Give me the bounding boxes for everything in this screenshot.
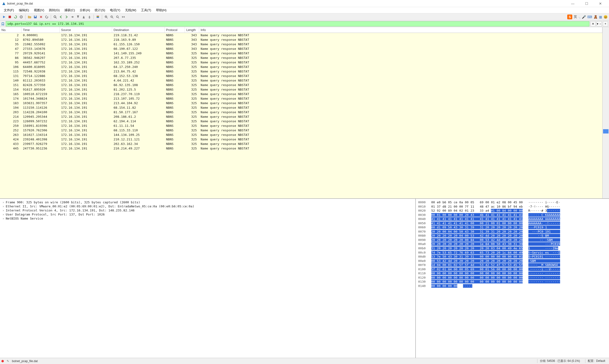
find-packet-button[interactable] <box>53 14 58 20</box>
capture-options-button[interactable] <box>19 14 24 20</box>
expand-icon[interactable]: › <box>2 205 5 208</box>
hex-line[interactable]: 0090 20 20 20 20 20 20 00 84 00 53 42 4d… <box>418 238 607 242</box>
ime-punct-button[interactable]: ·, <box>579 15 580 19</box>
close-button[interactable]: ✕ <box>596 2 605 5</box>
ime-emoji-icon[interactable]: 😃 <box>604 15 608 19</box>
hex-line[interactable]: 0000 00 e0 b6 05 ce 0a 00 05 69 00 01 e2… <box>418 200 607 205</box>
table-row[interactable]: 194113150.114126172.16.134.19168.154.11.… <box>0 105 602 110</box>
col-header-protocol[interactable]: Protocol <box>165 27 185 33</box>
go-first-button[interactable] <box>75 14 81 20</box>
start-capture-button[interactable] <box>1 14 7 20</box>
table-row[interactable]: 165100510.672159172.16.134.191218.237.70… <box>0 92 602 96</box>
restart-capture-button[interactable] <box>13 14 18 20</box>
tree-item[interactable]: ›Internet Protocol Version 4, Src: 172.1… <box>2 208 413 212</box>
hex-line[interactable]: 0060 00 d1 09 50 43 30 31 39 31 20 20 20… <box>418 225 607 230</box>
col-header-info[interactable]: Info <box>199 27 602 33</box>
table-row[interactable]: 15491617.895920172.16.134.19181.202.125.… <box>0 87 602 92</box>
tree-item[interactable]: ›Ethernet II, Src: VMware_00:01:e2 (00:0… <box>2 204 413 208</box>
table-row[interactable]: 252157920.762306172.16.134.19168.115.33.… <box>0 128 602 132</box>
close-file-button[interactable] <box>38 14 44 20</box>
maximize-button[interactable]: ☐ <box>582 2 591 5</box>
filter-bookmark-icon[interactable] <box>1 22 5 26</box>
hex-line[interactable]: 0130 00 00 00 00 00 00 00 00 00 00 00 00… <box>418 280 607 284</box>
menu-tools[interactable]: 工具(T) <box>139 8 153 13</box>
hex-line[interactable]: 0040 41 41 41 41 41 41 41 41 41 41 41 41… <box>418 217 607 221</box>
hex-line[interactable]: 0020 52 92 00 89 04 02 01 23 33 a4 01 00… <box>418 208 607 213</box>
col-header-length[interactable]: Length <box>185 27 199 33</box>
filter-clear-button[interactable]: ✕ <box>590 21 596 26</box>
zoom-in-button[interactable] <box>104 14 109 20</box>
status-profile[interactable]: 配置: Default <box>585 359 608 363</box>
table-row[interactable]: 433239977.926279172.16.134.191202.63.162… <box>0 142 602 146</box>
menu-telephony[interactable]: 电话(Y) <box>108 8 122 13</box>
table-row[interactable]: 20.000001172.16.134.191219.118.31.42NBNS… <box>0 33 602 38</box>
hex-line[interactable]: 00c0 74 7e 53 65 72 76 69 63 65 73 20 20… <box>418 250 607 255</box>
table-row[interactable]: 8638562.946297172.16.134.191207.6.77.235… <box>0 55 602 60</box>
ime-mic-icon[interactable]: 🎤 <box>582 15 586 19</box>
col-header-destination[interactable]: Destination <box>112 27 165 33</box>
hex-line[interactable]: 00f0 1d 04 00 01 02 5f 5f 4d 53 42 52 4f… <box>418 263 607 267</box>
col-header-time[interactable]: Time <box>21 27 60 33</box>
save-file-button[interactable] <box>33 14 38 20</box>
table-row[interactable]: 10664400.818095172.16.134.19164.17.250.2… <box>0 65 602 69</box>
ime-face-icon[interactable]: 🧸 <box>594 15 597 19</box>
auto-scroll-button[interactable] <box>87 14 92 20</box>
menu-help[interactable]: 帮助(H) <box>154 8 168 13</box>
hex-line[interactable]: 00e0 00 53 42 4d 20 20 20 20 20 20 20 20… <box>418 259 607 263</box>
hex-line[interactable]: 0140 00 00 00 00 00 ····· <box>418 284 607 288</box>
hex-line[interactable]: 0080 20 20 20 20 20 04 00 53 42 4d 20 20… <box>418 234 607 238</box>
colorize-button[interactable] <box>95 14 100 20</box>
hex-line[interactable]: 0070 20 20 00 04 00 50 43 30 31 39 31 20… <box>418 230 607 234</box>
packet-details-pane[interactable]: ›Frame 900: 325 bytes on wire (2600 bits… <box>0 199 416 358</box>
menu-analyze[interactable]: 分析(A) <box>78 8 92 13</box>
hex-line[interactable]: 00d0 53 7e 50 43 30 31 39 31 00 00 00 00… <box>418 255 607 259</box>
col-header-source[interactable]: Source <box>60 27 112 33</box>
tree-item[interactable]: ›NetBIOS Name Service <box>2 216 413 221</box>
table-row[interactable]: 3521082.555092172.16.134.19161.155.126.1… <box>0 42 602 47</box>
display-filter-input[interactable] <box>6 21 589 26</box>
reload-button[interactable] <box>44 14 49 20</box>
table-row[interactable]: 4727333.143676172.16.134.19166.190.67.12… <box>0 47 602 51</box>
menu-capture[interactable]: 捕获(C) <box>63 8 77 13</box>
table-row[interactable]: 9544457.687752172.16.134.191162.33.189.2… <box>0 60 602 65</box>
filter-dropdown-button[interactable]: ▾→ <box>596 21 602 26</box>
table-row[interactable]: 263161027.134314172.16.134.191144.134.10… <box>0 132 602 137</box>
menu-file[interactable]: 文件(F) <box>2 8 16 13</box>
table-row[interactable]: 250156991.819396172.16.134.19161.11.11.5… <box>0 123 602 128</box>
table-row[interactable]: 11572548.922038172.16.134.191213.84.75.4… <box>0 69 602 74</box>
go-forward-button[interactable] <box>64 14 69 20</box>
hex-line[interactable]: 0110 00 00 00 00 00 00 00 00 00 00 00 00… <box>418 271 607 275</box>
go-last-button[interactable] <box>81 14 86 20</box>
table-row[interactable]: 14081112.203033172.16.134.1914.64.221.42… <box>0 78 602 83</box>
zoom-reset-button[interactable]: 1 <box>115 14 120 20</box>
packet-bytes-pane[interactable]: 0000 00 e0 b6 05 ce 0a 00 05 69 00 01 e2… <box>416 199 609 358</box>
zoom-out-button[interactable] <box>109 14 114 20</box>
hex-line[interactable]: 00a0 20 20 20 20 20 20 20 20 1e 84 00 50… <box>418 242 607 246</box>
open-file-button[interactable] <box>27 14 32 20</box>
hex-line[interactable]: 0050 41 41 41 41 41 41 41 00 00 21 00 01… <box>418 221 607 225</box>
table-row[interactable]: 15182428.577350172.16.134.19166.92.135.1… <box>0 83 602 87</box>
table-row[interactable]: 223126099.507232172.16.134.19162.194.4.1… <box>0 119 602 123</box>
filter-add-button[interactable]: + <box>603 21 608 26</box>
table-row[interactable]: 183103631.997357172.16.134.191213.44.104… <box>0 101 602 105</box>
table-row[interactable]: 128702.894580172.16.134.191218.163.9.89N… <box>0 38 602 42</box>
hex-line[interactable]: 0010 01 37 d8 21 00 00 7f 11 48 47 ac 10… <box>418 205 607 209</box>
annotations-icon[interactable]: ✎ <box>7 360 9 363</box>
menu-edit[interactable]: 编辑(E) <box>17 8 31 13</box>
table-row[interactable]: 174101744.348824172.16.134.191213.107.10… <box>0 96 602 101</box>
table-row[interactable]: 13179714.122886172.16.134.19168.152.53.1… <box>0 74 602 78</box>
expand-icon[interactable]: › <box>2 213 5 216</box>
menu-view[interactable]: 视图(V) <box>32 8 46 13</box>
table-row[interactable]: 424239248.401398172.16.134.191210.12.211… <box>0 137 602 142</box>
menu-go[interactable]: 跳转(G) <box>47 8 62 13</box>
tree-item[interactable]: ›User Datagram Protocol, Src Port: 137, … <box>2 212 413 216</box>
minimize-button[interactable]: — <box>568 2 578 5</box>
hex-line[interactable]: 00b0 31 20 20 20 20 20 20 20 20 20 03 04… <box>418 246 607 250</box>
go-to-packet-button[interactable] <box>70 14 75 20</box>
go-back-button[interactable] <box>58 14 63 20</box>
expand-icon[interactable]: › <box>2 208 5 212</box>
expert-info-icon[interactable] <box>1 360 4 362</box>
table-row[interactable]: 214120945.295344172.16.134.191208.186.61… <box>0 114 602 119</box>
hex-line[interactable]: 0120 00 00 00 00 00 00 00 00 00 00 00 00… <box>418 275 607 280</box>
table-row[interactable]: 203114228.204100172.16.134.19181.50.177.… <box>0 110 602 114</box>
